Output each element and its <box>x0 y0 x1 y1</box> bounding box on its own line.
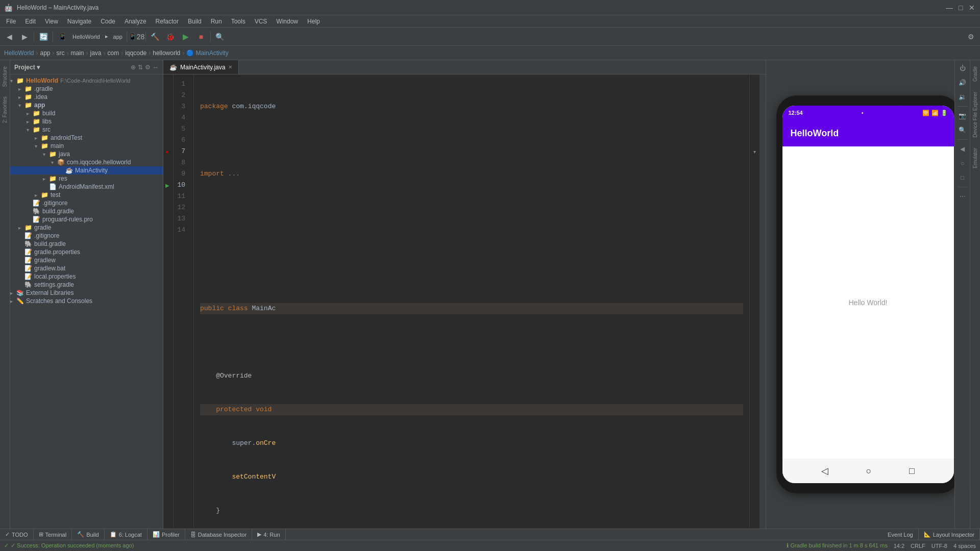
tree-item-main[interactable]: ▾ 📁 main <box>10 142 163 150</box>
tree-item-build[interactable]: ▸ 📁 build <box>10 109 163 117</box>
search-everywhere[interactable]: 🔍 <box>213 30 227 44</box>
stop-button[interactable]: ■ <box>194 30 208 44</box>
settings-button[interactable]: ⚙ <box>964 30 978 44</box>
menu-code[interactable]: Code <box>96 17 119 26</box>
breadcrumb-app[interactable]: app <box>40 49 50 57</box>
tree-item-gitignore-root[interactable]: ▸ 📝 .gitignore <box>10 232 163 240</box>
tree-item-test[interactable]: ▸ 📁 test <box>10 191 163 199</box>
tree-item-local-props[interactable]: ▸ 📝 local.properties <box>10 272 163 281</box>
tab-run[interactable]: ▶ 4: Run <box>252 529 285 540</box>
tree-item-java[interactable]: ▾ 📁 java <box>10 150 163 158</box>
tree-item-scratches[interactable]: ▸ ✏️ Scratches and Consoles <box>10 297 163 305</box>
breadcrumb-src[interactable]: src <box>57 49 65 57</box>
more-btn[interactable]: ⋯ <box>957 190 969 203</box>
breadcrumb-mainactivity[interactable]: 🔵 MainActivity <box>186 49 228 57</box>
favorites-label[interactable]: 2: Favorites <box>1 92 9 127</box>
menu-window[interactable]: Window <box>272 17 302 26</box>
tree-item-gradlew[interactable]: ▸ 📝 gradlew <box>10 256 163 264</box>
expand-icon[interactable]: ↔ <box>153 64 159 71</box>
run-config-btn[interactable]: 📱 <box>55 30 69 44</box>
tree-item-buildgradle-app[interactable]: ▸ 🐘 build.gradle <box>10 207 163 215</box>
breadcrumb-main[interactable]: main <box>71 49 84 57</box>
minimize-button[interactable]: — <box>945 4 953 12</box>
tree-item-gradle-props[interactable]: ▸ 📝 gradle.properties <box>10 248 163 256</box>
tree-item-libs[interactable]: ▸ 📁 libs <box>10 117 163 126</box>
tab-profiler[interactable]: 📊 Profiler <box>148 529 185 540</box>
menu-build[interactable]: Build <box>184 17 206 26</box>
tab-layout-inspector[interactable]: 📐 Layout Inspector <box>919 529 980 540</box>
tree-item-gradle-dir[interactable]: ▸ 📁 gradle <box>10 223 163 232</box>
fold-icon-line7[interactable]: ▾ <box>753 149 756 155</box>
tab-eventlog[interactable]: Event Log <box>883 529 919 540</box>
menu-refactor[interactable]: Refactor <box>152 17 183 26</box>
emulator-label[interactable]: Emulator <box>971 144 979 172</box>
tree-item-settings-gradle[interactable]: ▸ 🐘 settings.gradle <box>10 281 163 289</box>
tree-item-mainactivity[interactable]: ▸ ☕ MainActivity <box>10 166 163 174</box>
gradle-label[interactable]: Gradle <box>971 62 979 86</box>
rebuild-button[interactable]: 🔨 <box>148 30 162 44</box>
close-button[interactable]: ✕ <box>968 4 976 12</box>
tree-item-idea[interactable]: ▸ 📁 .idea <box>10 93 163 101</box>
tree-item-proguard[interactable]: ▸ 📝 proguard-rules.pro <box>10 215 163 223</box>
power-btn[interactable]: ⏻ <box>957 62 969 74</box>
cursor-position[interactable]: 14:2 <box>894 543 904 549</box>
tree-item-gradlew-bat[interactable]: ▸ 📝 gradlew.bat <box>10 264 163 272</box>
locate-icon[interactable]: ⊕ <box>131 64 136 71</box>
tree-item-gitignore-app[interactable]: ▸ 📝 .gitignore <box>10 199 163 207</box>
sdk-selector[interactable]: 📱 28 <box>129 30 143 44</box>
tab-close-icon[interactable]: ✕ <box>228 64 232 70</box>
breadcrumb-iqqcode[interactable]: iqqcode <box>125 49 146 57</box>
indent-label[interactable]: 4 spaces <box>953 543 976 549</box>
forward-button[interactable]: ▶ <box>17 30 32 44</box>
maximize-button[interactable]: □ <box>957 4 965 12</box>
tree-item-root[interactable]: ▾ 📁 HelloWorld F:\Code-Android\HelloWorl… <box>10 77 163 85</box>
settings-icon[interactable]: ⚙ <box>145 64 151 71</box>
vertical-scrollbar[interactable] <box>760 74 766 529</box>
code-editor[interactable]: ● ▶ 1 2 3 4 5 6 7 8 9 10 11 <box>163 74 766 529</box>
menu-vcs[interactable]: VCS <box>251 17 272 26</box>
tab-logcat[interactable]: 📋 6: Logcat <box>105 529 148 540</box>
editor-tab-mainactivity[interactable]: ☕ MainActivity.java ✕ <box>163 60 239 74</box>
menu-run[interactable]: Run <box>207 17 226 26</box>
vol-up-btn[interactable]: 🔊 <box>957 77 969 89</box>
tree-item-manifest[interactable]: ▸ 📄 AndroidManifest.xml <box>10 183 163 191</box>
tab-build[interactable]: 🔨 Build <box>72 529 104 540</box>
line-ending[interactable]: CRLF <box>911 543 925 549</box>
menu-tools[interactable]: Tools <box>227 17 250 26</box>
vol-down-btn[interactable]: 🔉 <box>957 91 969 103</box>
tab-terminal[interactable]: ⊞ Terminal <box>34 529 72 540</box>
breadcrumb-com[interactable]: com <box>108 49 119 57</box>
breadcrumb-helloworld[interactable]: helloworld <box>153 49 180 57</box>
debug-button[interactable]: 🐞 <box>163 30 178 44</box>
camera-btn[interactable]: 📷 <box>957 110 969 122</box>
tree-item-res[interactable]: ▸ 📁 res <box>10 174 163 183</box>
run-button[interactable]: ▶ <box>179 30 193 44</box>
breadcrumb-java[interactable]: java <box>90 49 102 57</box>
back-button[interactable]: ◀ <box>2 30 16 44</box>
menu-file[interactable]: File <box>2 17 20 26</box>
tab-database[interactable]: 🗄 Database Inspector <box>185 529 252 540</box>
zoom-btn[interactable]: 🔍 <box>957 124 969 136</box>
tree-item-gradle-root[interactable]: ▸ 📁 .gradle <box>10 85 163 93</box>
phone-home-btn[interactable]: ○ <box>866 466 872 477</box>
tree-item-src[interactable]: ▾ 📁 src <box>10 126 163 134</box>
menu-navigate[interactable]: Navigate <box>63 17 95 26</box>
sync-button[interactable]: 🔄 <box>36 30 51 44</box>
menu-help[interactable]: Help <box>303 17 324 26</box>
menu-analyze[interactable]: Analyze <box>120 17 151 26</box>
breadcrumb-project[interactable]: HelloWorld <box>4 49 34 57</box>
phone-back-btn[interactable]: ◁ <box>821 465 828 477</box>
back-nav-btn[interactable]: ◀ <box>957 143 969 155</box>
phone-recent-btn[interactable]: □ <box>909 466 915 477</box>
menu-view[interactable]: View <box>41 17 62 26</box>
tree-item-package[interactable]: ▾ 📦 com.iqqcode.helloworld <box>10 158 163 166</box>
circle-btn[interactable]: ○ <box>957 157 969 169</box>
tree-item-androidtest[interactable]: ▸ 📁 androidTest <box>10 134 163 142</box>
structure-label[interactable]: Structure <box>1 62 9 91</box>
sort-icon[interactable]: ⇅ <box>138 64 143 71</box>
tab-todo[interactable]: ✓ TODO <box>0 529 34 540</box>
device-file-label[interactable]: Device File Explorer <box>971 88 979 141</box>
tree-item-external-libs[interactable]: ▸ 📚 External Libraries <box>10 289 163 297</box>
menu-edit[interactable]: Edit <box>21 17 40 26</box>
tree-item-buildgradle-root[interactable]: ▸ 🐘 build.gradle <box>10 240 163 248</box>
